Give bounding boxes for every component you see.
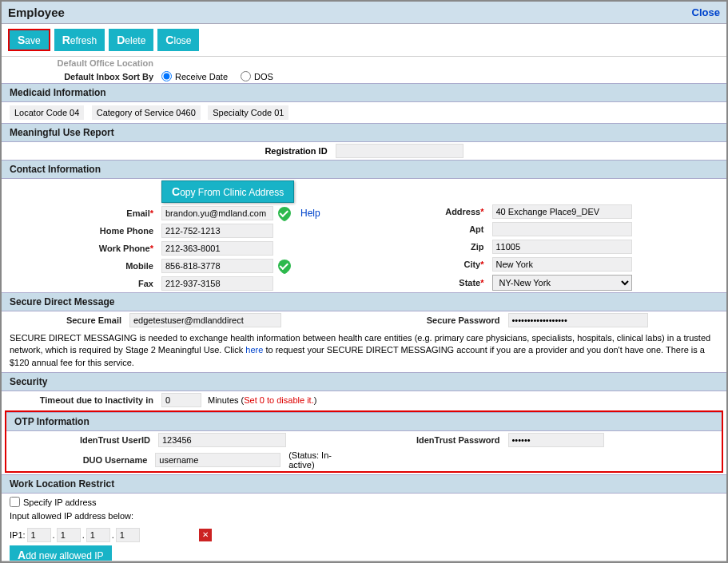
locator-code: Locator Code 04 [10, 105, 84, 120]
meaningful-use-section-header: Meaningful Use Report [2, 123, 726, 142]
work-phone-label: Work Phone* [10, 244, 161, 253]
specify-ip-checkbox[interactable] [10, 497, 20, 507]
home-phone-label: Home Phone [10, 226, 161, 236]
state-label: State* [372, 278, 492, 287]
delete-ip-button[interactable]: ✕ [199, 529, 212, 541]
ip1-octet-1[interactable] [27, 528, 51, 542]
zip-input[interactable] [492, 240, 632, 254]
apt-label: Apt [372, 224, 492, 234]
apt-input[interactable] [492, 222, 632, 236]
request-account-link[interactable]: here [245, 345, 263, 355]
city-input[interactable] [492, 257, 632, 272]
specialty-code: Specialty Code 01 [208, 105, 288, 120]
secure-email-label: Secure Email [10, 315, 129, 325]
fax-input[interactable] [161, 276, 273, 291]
city-label: City* [372, 260, 492, 269]
identrust-userid-label: IdenTrust UserID [14, 435, 158, 445]
timeout-hint: Set 0 to disable it. [244, 395, 313, 405]
home-phone-input[interactable] [161, 224, 273, 238]
work-phone-input[interactable] [161, 241, 273, 256]
secure-password-input[interactable] [508, 313, 648, 327]
default-office-location-label: Default Office Location [10, 58, 161, 68]
email-label: Email* [10, 208, 161, 218]
ip1-octet-2[interactable] [57, 528, 81, 542]
registration-id-label: Registration ID [265, 146, 327, 156]
check-icon [276, 257, 294, 276]
secure-message-description: SECURE DIRECT MESSAGING is needed to exc… [2, 329, 726, 372]
save-button-highlight: Save [8, 29, 50, 51]
dos-label: DOS [254, 72, 273, 81]
work-location-section-header: Work Location Restrict [2, 474, 726, 494]
fax-label: Fax [10, 279, 161, 288]
secure-password-label: Secure Password [372, 315, 508, 325]
receive-date-radio[interactable] [161, 71, 172, 81]
duo-username-label: DUO Username [14, 455, 155, 465]
zip-label: Zip [372, 242, 492, 252]
add-new-ip-button[interactable]: Add new allowed IP [10, 545, 112, 561]
ip1-octet-3[interactable] [86, 528, 110, 542]
otp-section-header: OTP Information [6, 412, 722, 431]
secure-message-section-header: Secure Direct Message [2, 292, 726, 311]
ip1-octet-4[interactable] [116, 528, 140, 542]
dos-radio[interactable] [241, 71, 251, 81]
refresh-button[interactable]: Refresh [54, 29, 105, 51]
identrust-userid-input[interactable] [158, 433, 286, 447]
window-close-button[interactable]: Close [692, 6, 720, 18]
state-select[interactable]: NY-New York [492, 275, 632, 291]
help-link[interactable]: Help [300, 208, 320, 219]
save-button[interactable]: Save [10, 30, 49, 50]
window-title: Employee [8, 6, 65, 19]
registration-id-input[interactable] [336, 144, 463, 158]
receive-date-label: Receive Date [175, 72, 228, 81]
mobile-label: Mobile [10, 261, 161, 271]
duo-status: (Status: In-active) [288, 450, 356, 470]
toolbar: Save Refresh Delete Close [2, 24, 726, 57]
timeout-input[interactable] [161, 393, 201, 407]
timeout-label: Timeout due to Inactivity in [10, 395, 161, 405]
security-section-header: Security [2, 372, 726, 391]
default-inbox-sort-label: Default Inbox Sort By [10, 72, 161, 81]
close-button[interactable]: Close [157, 29, 199, 51]
content-area[interactable]: Default Office Location Default Inbox So… [2, 57, 726, 561]
specify-ip-label: Specify IP address [23, 498, 97, 507]
duo-username-input[interactable] [155, 453, 280, 467]
category-of-service: Category of Service 0460 [92, 105, 201, 120]
check-icon [276, 204, 294, 223]
secure-email-input[interactable] [129, 313, 281, 327]
otp-highlight-box: OTP Information IdenTrust UserID DUO Use… [5, 410, 723, 473]
medicaid-section-header: Medicaid Information [2, 83, 726, 102]
identrust-password-label: IdenTrust Password [372, 435, 508, 445]
contact-section-header: Contact Information [2, 160, 726, 179]
identrust-password-input[interactable] [508, 433, 604, 447]
address-label: Address* [372, 207, 492, 216]
delete-button[interactable]: Delete [109, 29, 153, 51]
input-allowed-ip-label: Input allowed IP address below: [2, 510, 726, 525]
mobile-input[interactable] [161, 259, 273, 273]
address-input[interactable] [492, 204, 632, 219]
email-input[interactable] [161, 206, 273, 220]
ip1-label: IP1: [10, 530, 26, 540]
copy-from-clinic-button[interactable]: Copy From Clinic Address [161, 180, 294, 203]
